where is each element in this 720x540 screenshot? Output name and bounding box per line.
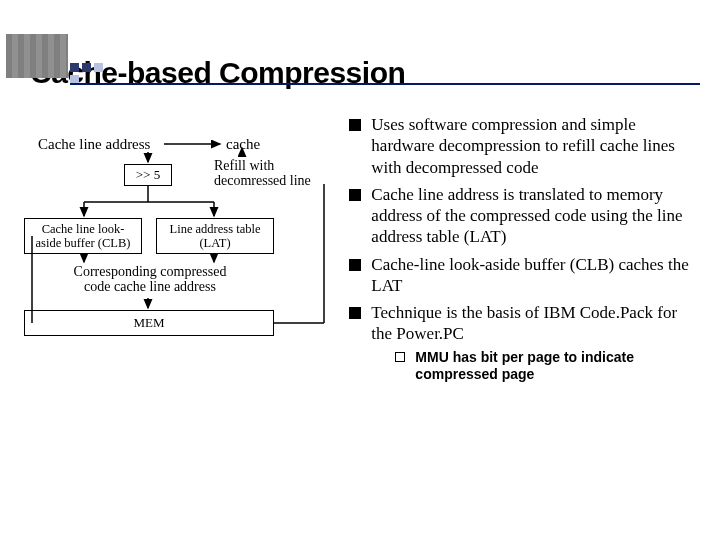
bullet-text: Cache line address is translated to memo…: [371, 184, 696, 248]
diagram-arrows: [24, 114, 354, 414]
bullet-text: Technique is the basis of IBM Code.Pack …: [371, 303, 677, 343]
bullet-item: Technique is the basis of IBM Code.Pack …: [349, 302, 696, 384]
bullet-item: Uses software compression and simple har…: [349, 114, 696, 178]
sub-bullet-list: MMU has bit per page to indicate compres…: [395, 349, 696, 384]
sub-bullet-text: MMU has bit per page to indicate compres…: [415, 349, 696, 384]
sub-bullet-item: MMU has bit per page to indicate compres…: [395, 349, 696, 384]
hollow-square-bullet-icon: [395, 352, 405, 362]
bullet-text: Uses software compression and simple har…: [371, 114, 696, 178]
bullet-list: Uses software compression and simple har…: [349, 114, 696, 384]
bullet-text: Cache-line look-aside buffer (CLB) cache…: [371, 254, 696, 297]
bullet-item: Cache line address is translated to memo…: [349, 184, 696, 248]
diagram: Cache line address cache >> 5 Refill wit…: [24, 114, 345, 414]
slide-decor: [0, 56, 720, 96]
bullet-item: Cache-line look-aside buffer (CLB) cache…: [349, 254, 696, 297]
